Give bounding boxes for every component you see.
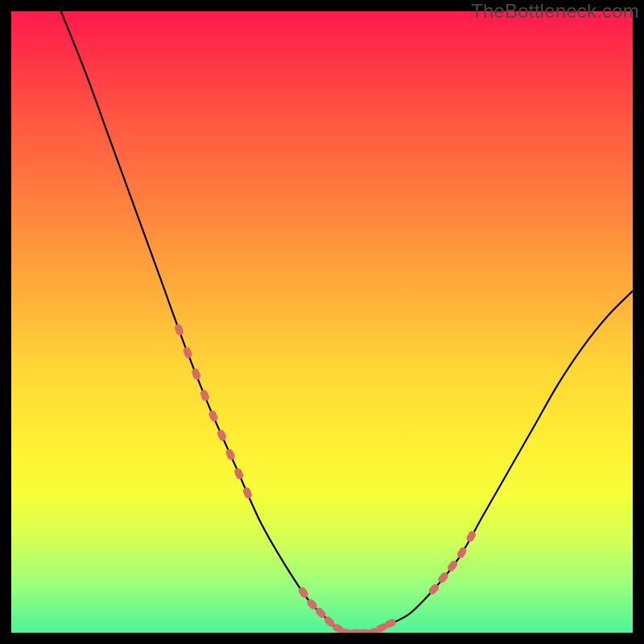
- data-marker: [465, 530, 477, 543]
- data-marker: [174, 324, 184, 336]
- data-marker: [208, 410, 219, 423]
- data-marker: [233, 467, 245, 480]
- data-marker: [200, 389, 211, 402]
- data-marker: [242, 486, 253, 499]
- bottleneck-curve: [11, 11, 633, 633]
- chart-area: [11, 11, 633, 633]
- data-marker: [182, 346, 192, 359]
- watermark-text: TheBottleneck.com: [471, 0, 639, 23]
- data-marker: [191, 367, 202, 380]
- data-marker: [456, 546, 468, 559]
- data-marker: [225, 448, 236, 460]
- data-marker: [217, 428, 228, 441]
